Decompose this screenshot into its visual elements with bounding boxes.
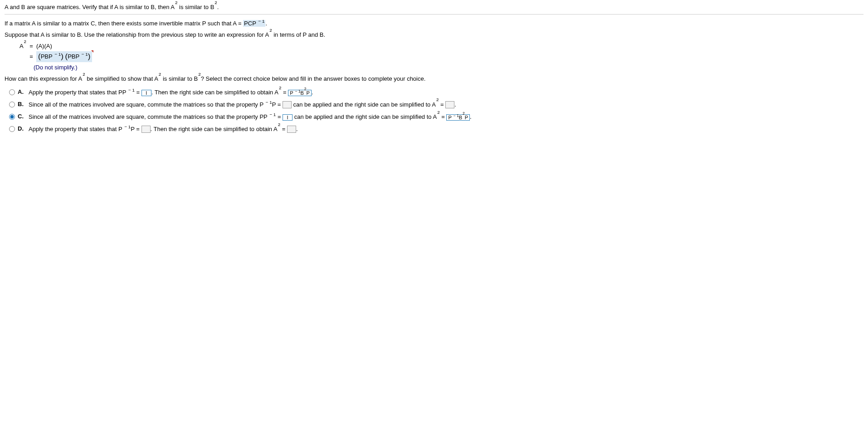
problem-text: A and B are square matrices. Verify that… bbox=[5, 4, 175, 10]
step-1: If a matrix A is similar to a matrix C, … bbox=[5, 20, 863, 27]
eq-rhs1: (A)(A) bbox=[36, 43, 52, 49]
choices-group: A. Apply the property that states that P… bbox=[9, 88, 863, 133]
q-c: is similar to B bbox=[161, 75, 198, 82]
step2-text-a: Suppose that A is similar to B. Use the … bbox=[5, 31, 269, 38]
problem-statement: A and B are square matrices. Verify that… bbox=[5, 4, 863, 15]
eq-row-1: A2 = (A)(A) bbox=[12, 43, 863, 49]
eq-sign-1: = bbox=[29, 43, 33, 49]
choice-a-box2[interactable]: P − 1B2P bbox=[288, 90, 312, 96]
problem-text-tail: is similar to B bbox=[177, 4, 214, 10]
choice-c-label: C. bbox=[18, 113, 25, 120]
edit-marker-icon bbox=[91, 50, 93, 53]
step-2-instruction: Suppose that A is similar to B. Use the … bbox=[5, 31, 863, 38]
q-d: ? Select the correct choice below and fi… bbox=[201, 75, 426, 82]
step1-answer-exp: − 1 bbox=[257, 19, 265, 24]
choice-d-box2[interactable] bbox=[287, 126, 296, 133]
eq-rhs2-term1: PBP bbox=[41, 53, 53, 60]
eq-row-2: = (PBP − 1) (PBP − 1) bbox=[12, 51, 863, 62]
choice-d-row: D. Apply the property that states that P… bbox=[9, 125, 863, 133]
choice-c-row: C. Since all of the matrices involved ar… bbox=[9, 113, 863, 121]
eq-rhs2-exp2: − 1 bbox=[80, 52, 88, 57]
q-s3: 2 bbox=[198, 72, 200, 77]
step1-answer-highlight: PCP − 1 bbox=[243, 20, 265, 27]
eq-sign-2: = bbox=[29, 53, 33, 60]
choice-c-text: Since all of the matrices involved are s… bbox=[29, 113, 472, 121]
equation-block: A2 = (A)(A) = (PBP − 1) (PBP − 1) (Do no… bbox=[12, 43, 863, 71]
problem-text-end: . bbox=[217, 4, 219, 10]
choice-a-label: A. bbox=[18, 88, 25, 95]
eq-rhs2-highlight: (PBP − 1) (PBP − 1) bbox=[36, 51, 92, 62]
step1-answer-base: PCP bbox=[244, 20, 256, 27]
choice-b-box2[interactable] bbox=[445, 101, 454, 108]
choice-b-text: Since all of the matrices involved are s… bbox=[29, 101, 456, 109]
choice-d-box1[interactable] bbox=[141, 126, 151, 133]
eq-lhs1-sup: 2 bbox=[24, 39, 26, 44]
choice-b-label: B. bbox=[18, 101, 25, 107]
choice-b-box1[interactable] bbox=[283, 101, 292, 108]
eq-rhs2-exp1: − 1 bbox=[54, 52, 61, 57]
step2-sup: 2 bbox=[269, 28, 272, 33]
choice-b-row: B. Since all of the matrices involved ar… bbox=[9, 101, 863, 109]
choice-a-row: A. Apply the property that states that P… bbox=[9, 88, 863, 96]
radio-choice-b[interactable] bbox=[9, 102, 15, 107]
q-b: be simplified to show that A bbox=[85, 75, 158, 82]
q-s1: 2 bbox=[83, 72, 85, 77]
step1-suffix: . bbox=[265, 20, 267, 27]
q-a: How can this expression for A bbox=[5, 75, 82, 82]
radio-choice-d[interactable] bbox=[9, 126, 15, 132]
choice-d-label: D. bbox=[18, 125, 25, 132]
simplify-question: How can this expression for A2 be simpli… bbox=[5, 75, 863, 82]
problem-sup1: 2 bbox=[175, 0, 177, 5]
choice-c-box2[interactable]: P − 1B2P bbox=[446, 114, 470, 121]
step2-text-b: in terms of P and B. bbox=[272, 31, 326, 38]
choice-d-text: Apply the property that states that P − … bbox=[29, 125, 298, 133]
eq-note: (Do not simplify.) bbox=[34, 64, 863, 71]
choice-c-box1[interactable]: I bbox=[283, 114, 293, 121]
radio-choice-c[interactable] bbox=[9, 114, 15, 120]
problem-sup2: 2 bbox=[215, 0, 217, 5]
choice-a-text: Apply the property that states that PP −… bbox=[29, 88, 313, 96]
step1-prefix: If a matrix A is similar to a matrix C, … bbox=[5, 20, 243, 27]
eq-lhs1: A bbox=[20, 43, 24, 49]
q-s2: 2 bbox=[159, 72, 161, 77]
choice-a-box1[interactable]: I bbox=[141, 90, 151, 96]
radio-choice-a[interactable] bbox=[9, 89, 15, 95]
eq-rhs2-term2: PBP bbox=[68, 53, 79, 60]
